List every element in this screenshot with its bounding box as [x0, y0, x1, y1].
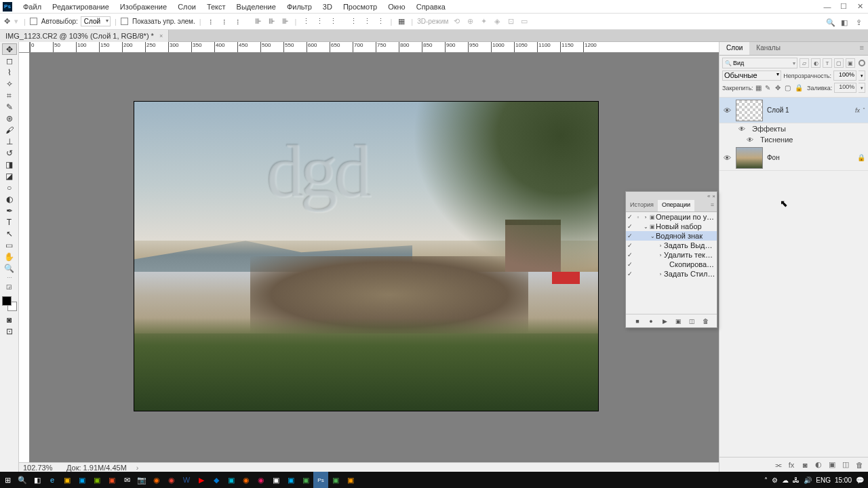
window-minimize[interactable]: —: [819, 0, 835, 14]
action-row[interactable]: ✓⌄Водяной знак: [626, 231, 717, 241]
tab-channels[interactable]: Каналы: [749, 42, 787, 55]
eyedropper-tool[interactable]: ✎: [2, 101, 17, 113]
heal-tool[interactable]: ⊛: [2, 113, 17, 124]
menu-help[interactable]: Справка: [411, 1, 451, 12]
layer-name[interactable]: Фон: [767, 154, 857, 161]
align-top-icon[interactable]: ⫶: [205, 16, 216, 27]
taskbar-app[interactable]: ◉: [239, 472, 254, 488]
menu-layers[interactable]: Слои: [172, 1, 201, 12]
dist-5-icon[interactable]: ⋮: [361, 16, 372, 27]
lock-artboard-icon[interactable]: ▢: [785, 84, 793, 92]
tray-icon[interactable]: ☁: [782, 476, 789, 484]
blur-tool[interactable]: ○: [2, 182, 17, 193]
play-icon[interactable]: ▶: [660, 317, 669, 325]
lock-all-icon[interactable]: 🔒: [795, 84, 803, 92]
zoom-level[interactable]: 102.73%: [23, 464, 57, 472]
tab-layers[interactable]: Слои: [719, 42, 749, 55]
align-left-icon[interactable]: ⊪: [253, 16, 264, 27]
new-action-icon[interactable]: ◫: [688, 317, 696, 325]
taskbar-app[interactable]: ◉: [254, 472, 269, 488]
tool-more[interactable]: ⋯: [2, 274, 17, 281]
taskbar-app[interactable]: ▣: [343, 472, 358, 488]
panel-menu-icon[interactable]: ≡: [708, 200, 717, 211]
fill-stepper[interactable]: ▾: [859, 83, 865, 93]
taskbar-app[interactable]: ▣: [328, 472, 343, 488]
delete-layer-icon[interactable]: 🗑: [854, 460, 864, 470]
new-layer-icon[interactable]: ◫: [841, 460, 850, 470]
layer-mask-icon[interactable]: ◙: [800, 460, 810, 470]
brush-tool[interactable]: 🖌: [2, 124, 17, 136]
dist-2-icon[interactable]: ⋮: [314, 16, 325, 27]
taskbar-app[interactable]: 📷: [134, 472, 149, 488]
taskbar-app[interactable]: ▣: [90, 472, 104, 488]
edit-toolbar[interactable]: ◲: [2, 281, 17, 292]
dist-6-icon[interactable]: ⋮: [375, 16, 386, 27]
taskbar-app[interactable]: ▣: [298, 472, 313, 488]
menu-view[interactable]: Просмотр: [338, 1, 382, 12]
tray-clock[interactable]: 15:00: [835, 476, 852, 484]
action-row[interactable]: ✓›Задать Выделение: [626, 241, 717, 250]
close-tab-icon[interactable]: ×: [159, 33, 163, 39]
path-tool[interactable]: ↖: [2, 228, 17, 239]
ruler-vertical[interactable]: [19, 53, 30, 472]
filter-adjust-icon[interactable]: ◐: [811, 58, 821, 68]
3d-5-icon[interactable]: ⊡: [505, 16, 516, 27]
crop-tool[interactable]: ⌗: [2, 89, 17, 101]
fg-color[interactable]: [2, 296, 12, 306]
autoselect-checkbox[interactable]: [30, 18, 37, 25]
new-set-icon[interactable]: ▣: [674, 317, 682, 325]
lasso-tool[interactable]: ⌇: [2, 66, 17, 78]
align-vmid-icon[interactable]: ⫶: [219, 16, 230, 27]
history-brush-tool[interactable]: ↺: [2, 147, 17, 159]
visibility-icon[interactable]: 👁: [722, 106, 732, 115]
action-row[interactable]: ✓Скопировать на ...: [626, 260, 717, 269]
visibility-icon[interactable]: 👁: [738, 125, 748, 133]
3d-3-icon[interactable]: ✦: [478, 16, 489, 27]
stop-icon[interactable]: ■: [633, 317, 642, 325]
status-chevron-icon[interactable]: ›: [136, 464, 139, 472]
group-icon[interactable]: ▣: [827, 460, 837, 470]
visibility-icon[interactable]: 👁: [722, 154, 732, 162]
tab-actions[interactable]: Операции: [658, 200, 694, 211]
layer-thumbnail[interactable]: [736, 100, 763, 121]
search-icon[interactable]: 🔍: [826, 18, 835, 28]
screenmode-tool[interactable]: ⊡: [2, 325, 17, 337]
taskbar-app[interactable]: ✉: [119, 472, 134, 488]
align-right-icon[interactable]: ⊪: [280, 16, 291, 27]
move-tool[interactable]: ✥: [2, 43, 17, 55]
panel-close-icon[interactable]: ×: [712, 193, 715, 199]
menu-text[interactable]: Текст: [201, 1, 231, 12]
tray-volume-icon[interactable]: 🔊: [804, 476, 812, 484]
3d-6-icon[interactable]: ▭: [519, 16, 530, 27]
dist-1-icon[interactable]: ⋮: [300, 16, 311, 27]
taskbar-app[interactable]: ▶: [194, 472, 209, 488]
tray-notifications-icon[interactable]: 💬: [856, 476, 864, 484]
filter-toggle[interactable]: [859, 60, 865, 66]
layer-row[interactable]: 👁 Фон 🔒: [719, 145, 868, 171]
hand-tool[interactable]: ✋: [2, 251, 17, 262]
quickmask-tool[interactable]: ◙: [2, 314, 17, 325]
gradient-tool[interactable]: ◪: [2, 170, 17, 182]
type-tool[interactable]: T: [2, 216, 17, 228]
3d-2-icon[interactable]: ⊕: [465, 16, 475, 27]
menu-edit[interactable]: Редактирование: [47, 1, 115, 12]
menu-image[interactable]: Изображение: [115, 1, 172, 12]
action-row[interactable]: ✓▫›▣Операции по умол...: [626, 212, 717, 222]
zoom-tool[interactable]: 🔍: [2, 262, 17, 274]
taskbar-app[interactable]: ▣: [75, 472, 90, 488]
taskbar-app[interactable]: ▣: [60, 472, 75, 488]
fill-input[interactable]: 100%: [834, 83, 856, 93]
lock-position-icon[interactable]: ✥: [775, 84, 783, 92]
link-layers-icon[interactable]: ⫘: [773, 460, 783, 470]
action-row[interactable]: ✓›Задать Стили сл...: [626, 269, 717, 279]
record-icon[interactable]: ●: [647, 317, 655, 325]
dist-3-icon[interactable]: ⋮: [328, 16, 338, 27]
opacity-input[interactable]: 100%: [833, 70, 856, 81]
layer-name[interactable]: Слой 1: [767, 106, 855, 114]
share-icon[interactable]: ⇪: [856, 18, 865, 28]
filter-image-icon[interactable]: ▱: [800, 58, 809, 68]
menu-filter[interactable]: Фильтр: [281, 1, 317, 12]
dist-4-icon[interactable]: ⋮: [348, 16, 359, 27]
layer-filter-dropdown[interactable]: Вид: [722, 58, 797, 68]
doc-size[interactable]: Док: 1.91M/4.45M: [66, 464, 127, 472]
